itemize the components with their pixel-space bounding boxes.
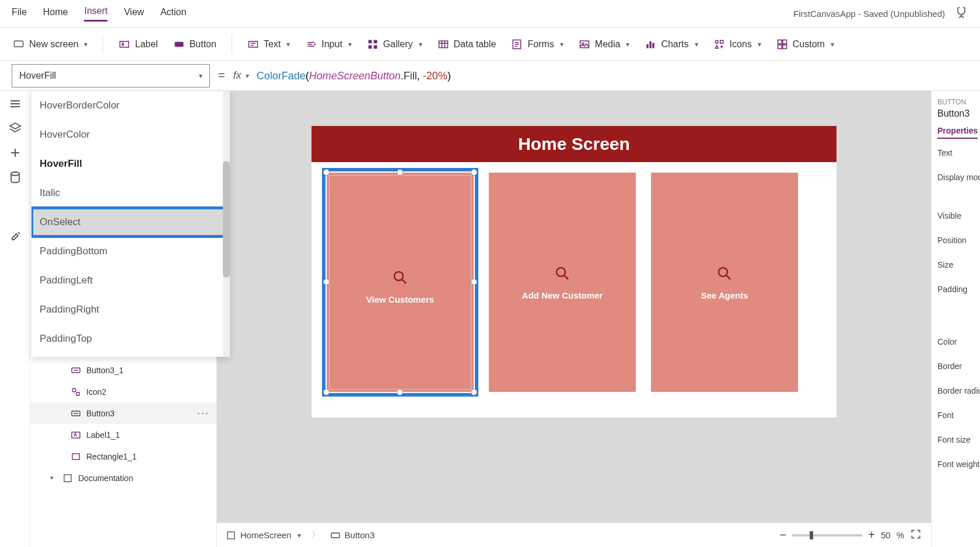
- cards-row: View Customers Add New Customer See Agen…: [312, 162, 836, 402]
- formula-dotfill: .Fill: [401, 70, 417, 82]
- gallery-label: Gallery: [383, 39, 413, 50]
- menu-view[interactable]: View: [124, 7, 144, 21]
- prop-visible[interactable]: Visible: [937, 211, 974, 220]
- chevron-down-icon: ▾: [348, 40, 352, 48]
- scrollbar[interactable]: [223, 91, 230, 357]
- forms-button[interactable]: Forms ▾: [511, 38, 563, 50]
- tree-label: Documentation: [78, 474, 133, 483]
- chevron-down-icon: ▾: [50, 474, 57, 482]
- svg-rect-24: [76, 392, 79, 395]
- hamburger-icon[interactable]: [8, 97, 22, 111]
- text-button[interactable]: Text ▾: [247, 38, 290, 50]
- svg-rect-18: [783, 40, 787, 44]
- fx-button[interactable]: fx▾: [233, 69, 249, 82]
- breadcrumb-screen[interactable]: HomeScreen ▾: [226, 530, 301, 540]
- prop-text[interactable]: Text: [937, 148, 974, 157]
- property-selector[interactable]: HoverFill ▾: [12, 64, 210, 87]
- prop-border[interactable]: Border: [937, 362, 974, 371]
- tree-item-rectangle1-1[interactable]: Rectangle1_1: [30, 446, 216, 467]
- more-icon[interactable]: ···: [197, 407, 209, 419]
- prop-font[interactable]: Font: [937, 411, 974, 420]
- prop-item-italic[interactable]: Italic: [32, 178, 230, 208]
- prop-position[interactable]: Position: [937, 236, 974, 245]
- chevron-down-icon: ▾: [199, 72, 202, 80]
- formula-ref: HomeScreenButton: [309, 70, 401, 82]
- prop-display-mode[interactable]: Display mode: [937, 173, 974, 182]
- prop-font-size[interactable]: Font size: [937, 435, 974, 444]
- home-header: Home Screen: [312, 126, 836, 162]
- app-checker-icon[interactable]: [954, 6, 968, 22]
- card-view-customers[interactable]: View Customers: [327, 173, 474, 392]
- svg-rect-1: [120, 41, 129, 47]
- prop-border-radius[interactable]: Border radius: [937, 386, 974, 395]
- prop-item-hovercolor[interactable]: HoverColor: [32, 120, 230, 149]
- prop-item-paddingright[interactable]: PaddingRight: [32, 295, 230, 324]
- prop-item-onselect[interactable]: OnSelect: [32, 208, 230, 237]
- zoom-out-button[interactable]: −: [780, 528, 787, 542]
- card-add-customer[interactable]: Add New Customer: [489, 173, 636, 392]
- menu-right: FirstCanvasApp - Saved (Unpublished): [793, 6, 968, 22]
- icons-label: Icons: [730, 39, 752, 50]
- tree-item-icon2[interactable]: Icon2: [30, 381, 216, 402]
- data-table-button[interactable]: Data table: [438, 38, 496, 50]
- input-button[interactable]: Input ▾: [305, 38, 352, 50]
- layers-icon[interactable]: [8, 121, 22, 135]
- tools-icon[interactable]: [8, 230, 22, 244]
- prop-item-hoverbordercolor[interactable]: HoverBorderColor: [32, 91, 230, 120]
- icons-button[interactable]: Icons ▾: [713, 38, 761, 50]
- svg-rect-17: [778, 40, 782, 44]
- tab-properties[interactable]: Properties: [937, 126, 978, 139]
- button-button[interactable]: Button: [173, 38, 216, 50]
- svg-point-30: [556, 268, 565, 276]
- menu-insert[interactable]: Insert: [84, 6, 107, 22]
- charts-button[interactable]: Charts ▾: [645, 38, 698, 50]
- svg-rect-19: [778, 44, 782, 48]
- prop-item-hoverfill[interactable]: HoverFill: [32, 149, 230, 178]
- prop-item-paddingbottom[interactable]: PaddingBottom: [32, 237, 230, 266]
- database-icon[interactable]: [8, 170, 22, 184]
- plus-icon[interactable]: [8, 146, 22, 160]
- canvas[interactable]: Home Screen View Customers Add New Custo…: [217, 91, 931, 547]
- custom-button[interactable]: Custom ▾: [776, 38, 834, 50]
- scrollbar-thumb[interactable]: [223, 161, 230, 278]
- formula-input[interactable]: ColorFade(HomeScreenButton.Fill, -20%): [257, 69, 451, 82]
- search-icon: [716, 265, 733, 282]
- tree-label: Button3_1: [86, 366, 124, 375]
- fit-screen-icon[interactable]: [910, 528, 922, 542]
- menu-action[interactable]: Action: [160, 7, 186, 21]
- prop-item-paddingleft[interactable]: PaddingLeft: [32, 266, 230, 295]
- left-rail: [0, 91, 30, 547]
- zoom-unit: %: [897, 530, 904, 540]
- tree-item-label1-1[interactable]: Label1_1: [30, 424, 216, 446]
- prop-padding[interactable]: Padding: [937, 285, 974, 294]
- properties-pane: BUTTON Button3 Properties Text Display m…: [931, 91, 980, 547]
- gallery-button[interactable]: Gallery ▾: [367, 38, 422, 50]
- prop-size[interactable]: Size: [937, 260, 974, 269]
- tree-item-documentation[interactable]: ▾ Documentation: [30, 467, 216, 489]
- card-see-agents[interactable]: See Agents: [651, 173, 798, 392]
- prop-color[interactable]: Color: [937, 337, 974, 346]
- label-button[interactable]: Label: [118, 38, 158, 50]
- menu-file[interactable]: File: [12, 7, 27, 21]
- zoom-in-button[interactable]: +: [868, 528, 875, 542]
- new-screen-label: New screen: [29, 39, 78, 50]
- formula-num: 20%: [426, 70, 447, 82]
- control-type-label: BUTTON: [937, 98, 974, 106]
- menu-left: File Home Insert View Action: [12, 6, 186, 22]
- zoom-slider[interactable]: [792, 534, 862, 537]
- comma: ,: [417, 70, 423, 82]
- media-button[interactable]: Media ▾: [579, 38, 630, 50]
- zoom-knob[interactable]: [810, 531, 813, 539]
- menu-home[interactable]: Home: [43, 7, 68, 21]
- breadcrumb-control[interactable]: Button3: [331, 530, 375, 540]
- search-icon: [554, 265, 571, 282]
- tree-item-button3-1[interactable]: Button3_1: [30, 359, 216, 381]
- prop-item-paddingtop[interactable]: PaddingTop: [32, 324, 230, 353]
- prop-font-weight[interactable]: Font weight: [937, 460, 974, 469]
- data-table-label: Data table: [454, 39, 496, 50]
- zoom-controls: − + 50 %: [780, 528, 922, 542]
- tree-item-button3[interactable]: Button3 ···: [30, 402, 216, 424]
- svg-point-31: [719, 268, 727, 276]
- new-screen-button[interactable]: New screen ▾: [13, 38, 88, 50]
- svg-rect-0: [15, 41, 23, 47]
